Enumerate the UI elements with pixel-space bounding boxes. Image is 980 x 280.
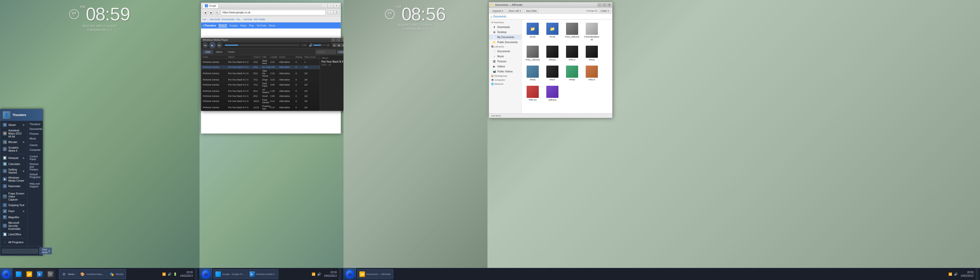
topbar-news[interactable]: News	[269, 24, 275, 27]
player-maximize-btn[interactable]: □	[336, 38, 340, 42]
start-button-3[interactable]: ⊞	[344, 268, 356, 280]
start-button-2[interactable]: ⊞	[199, 268, 212, 280]
browser-minimize-btn[interactable]: ─	[321, 4, 327, 8]
fm-maximize-btn[interactable]: □	[602, 3, 606, 7]
fm-item-psg-obliv2[interactable]: PSG_oblivind	[524, 44, 541, 63]
start-search-input[interactable]	[2, 249, 38, 253]
toolbar-link-lin[interactable]: LIN	[202, 18, 206, 21]
player-play-btn[interactable]: ▶	[209, 42, 216, 48]
browser-address-input[interactable]	[221, 10, 326, 16]
start-menu[interactable]: 👤 Theodore ⚙ Steam ▶ 🎨 Autodesk Maya 201…	[0, 109, 43, 256]
menu-right-music[interactable]: Music	[27, 136, 43, 141]
menu-item-getting-started[interactable]: ℹ Getting Started ▶	[0, 167, 27, 175]
browser-refresh-btn[interactable]: ↻	[215, 10, 220, 15]
fm-organize-btn[interactable]: Organize ▾	[490, 9, 505, 13]
browser-home-btn[interactable]: ⌂	[328, 11, 333, 15]
player-view-1[interactable]: ▤	[332, 43, 336, 47]
tray-clock-1[interactable]: 20:59 24/02/2013	[178, 271, 194, 278]
player-progress-bar[interactable]	[225, 45, 299, 46]
tray-2-network[interactable]: 📶	[312, 272, 316, 277]
track-row-7[interactable]: Perfume Genius Put Your Back N 2 It 9/12…	[201, 94, 320, 98]
taskbar-app-filemanager[interactable]: 📁 Documents — AllFander	[357, 269, 393, 279]
player-minimize-btn[interactable]: ─	[331, 38, 336, 42]
fm-sidebar-videos[interactable]: ▶ Videos	[489, 64, 522, 69]
menu-right-computer[interactable]: Computer	[27, 147, 43, 152]
fm-sidebar-public-docs[interactable]: 📁 Public Documents	[489, 40, 522, 45]
browser-menu-btn[interactable]: ☰	[334, 11, 339, 15]
taskbar-app-steam2[interactable]: ⚙ Steam	[59, 269, 77, 279]
player-view-2[interactable]: ▦	[337, 43, 341, 47]
track-row-6[interactable]: Perfume Genius Put Your Back N 2 It 8/12…	[201, 88, 320, 94]
player-tab-tracks[interactable]: Tracks	[226, 50, 237, 54]
menu-item-steam[interactable]: ⚙ Steam ▶	[0, 122, 27, 128]
fm-item-pr0-10[interactable]: PR0-10	[524, 84, 541, 103]
player-search-input[interactable]	[316, 50, 336, 54]
fm-sidebar-desktop[interactable]: 🖥 Desktop	[489, 30, 522, 35]
fm-minimize-btn[interactable]: ─	[598, 3, 601, 7]
fm-sidebar-downloads[interactable]: ⬇ Downloads	[489, 24, 522, 30]
media-player-window[interactable]: Windows Media Player ─ □ ✕ ⏮ ▶ ⏭ 0:48 🔊	[201, 38, 347, 111]
tray-sound-icon[interactable]: 🔊	[167, 272, 172, 277]
player-next-btn[interactable]: ⏭	[217, 43, 222, 48]
fm-item-ndfness[interactable]: ndfness	[544, 84, 561, 103]
player-prev-btn[interactable]: ⏮	[202, 43, 208, 48]
toolbar-link-wst[interactable]: WST Radio	[254, 18, 266, 21]
track-row-4[interactable]: Perfume Genius Put Your Back N 2 It 7/12…	[201, 78, 320, 82]
menu-right-theodore[interactable]: Theodore	[27, 122, 43, 127]
fm-arrange-folder-btn[interactable]: Folder ▾	[599, 9, 611, 13]
menu-item-all-programs[interactable]: → All Programs	[0, 239, 27, 245]
taskbar-app-blender2[interactable]: 🎭 Blender	[107, 269, 126, 279]
track-row-2[interactable]: Perfume Genius Put Your Back N 2 It 4/12…	[201, 65, 320, 69]
menu-item-snipping[interactable]: ✂ Snipping Tool	[0, 202, 27, 208]
fm-item-pls4[interactable]: 📁 PLS4	[524, 21, 541, 43]
track-row-1[interactable]: Perfume Genius Put Your Back N 2 It 1/12…	[201, 59, 320, 65]
fm-item-pr04[interactable]: PR04	[583, 44, 601, 63]
start-button-1[interactable]: ⊞	[0, 268, 13, 280]
player-tab-album[interactable]: Album	[214, 50, 225, 54]
menu-item-libre[interactable]: 📄 LibreOffice	[0, 231, 27, 237]
tray-2-sound[interactable]: 🔊	[317, 272, 321, 277]
fm-item-pr0-9[interactable]: PR0-9	[583, 64, 601, 82]
fm-item-pr07[interactable]: PR07	[544, 64, 561, 82]
show-desktop-1[interactable]	[195, 268, 197, 280]
track-row-10[interactable]: Perfume Genius Put Your Back N 2 It 12/1…	[201, 111, 320, 111]
menu-right-documents[interactable]: Documents	[27, 127, 43, 131]
topbar-youtube[interactable]: YouTube	[256, 24, 266, 27]
topbar-maps[interactable]: Maps	[240, 24, 247, 27]
fm-sidebar-public-videos[interactable]: 📹 Public Videos	[489, 69, 522, 74]
menu-right-control-panel[interactable]: Control Panel	[27, 154, 43, 162]
tray-3-sound[interactable]: 🔊	[954, 272, 958, 277]
topbar-theodore[interactable]: +Theodore	[203, 24, 216, 27]
show-desktop-2[interactable]	[339, 268, 341, 280]
fm-newfolder-btn[interactable]: New folder	[524, 9, 539, 13]
menu-item-wmc[interactable]: ▶ Windows Media Center	[0, 175, 27, 183]
taskbar-app-maya[interactable]: 🎨 Autodesk Maya...	[77, 269, 107, 279]
fm-close-btn[interactable]: ✕	[607, 3, 611, 7]
fm-sidebar-my-docs[interactable]: 📄 My Documents	[489, 35, 522, 40]
fm-sidebar-pictures[interactable]: 🖼 Pictures	[489, 59, 522, 64]
fm-item-pr0v2[interactable]: PR0v2	[544, 44, 561, 63]
menu-item-notepad[interactable]: 📝 Notepad ▶	[0, 155, 27, 161]
taskbar-app-ie[interactable]: 🌐	[14, 269, 24, 279]
track-row-8[interactable]: Perfume Genius Put Your Back N 2 It 10/1…	[201, 98, 320, 104]
tray-3-network[interactable]: 📶	[948, 272, 953, 277]
browser-close-btn[interactable]: ✕	[334, 4, 339, 8]
tray-clock-3[interactable]: 20:59 24/02/2013	[959, 271, 975, 278]
menu-right-help[interactable]: Help and Support	[27, 181, 43, 189]
menu-item-blender[interactable]: 🎭 Blender ▶	[0, 139, 27, 145]
topbar-images[interactable]: Images	[230, 24, 238, 27]
fm-sidebar-music[interactable]: ♪ Music	[489, 54, 522, 59]
fm-item-pls5[interactable]: 📁 PLS5	[544, 21, 561, 43]
show-desktop-3[interactable]	[976, 268, 978, 280]
menu-item-maya[interactable]: 🎨 Autodesk Maya 2013 64-bit	[0, 128, 27, 139]
taskbar-app-wmp[interactable]: ▶	[35, 269, 45, 279]
tray-clock-2[interactable]: 20:59 24/02/2013	[323, 271, 338, 278]
player-tab-artist[interactable]: Artist	[203, 50, 213, 54]
fm-item-pr06[interactable]: PR06	[524, 64, 541, 82]
browser-tab[interactable]: G Google	[202, 3, 218, 8]
toolbar-link-grooveshark[interactable]: Grooveshark - Fre...	[221, 18, 242, 21]
taskbar-app-wmp2[interactable]: ▶ Windows Media P...	[247, 269, 278, 279]
topbar-play[interactable]: Play	[249, 24, 254, 27]
fm-item-pr08[interactable]: PR08	[563, 64, 581, 82]
fm-item-psg-obliv1[interactable]: PSG_oblivind	[563, 21, 581, 43]
